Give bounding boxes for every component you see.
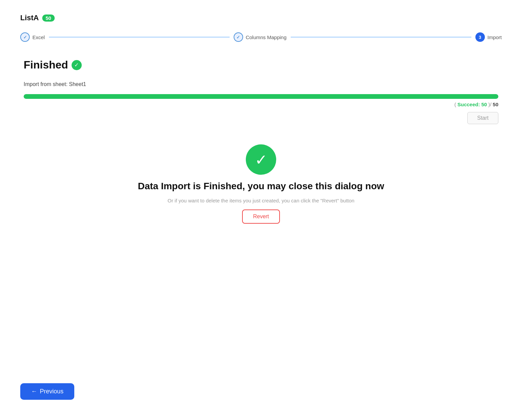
progress-info: ( Succeed: 50 )/ 50: [24, 102, 498, 107]
step-import-label: Import: [488, 34, 502, 40]
start-button[interactable]: Start: [467, 112, 498, 124]
finished-heading: Finished ✓: [24, 59, 498, 71]
revert-button[interactable]: Revert: [242, 209, 280, 224]
progress-bar-track: [24, 94, 498, 99]
list-badge: 50: [42, 15, 55, 22]
footer: ← Previous: [20, 383, 74, 400]
finished-check-icon: ✓: [72, 60, 82, 70]
success-center: ✓ Data Import is Finished, you may close…: [24, 144, 498, 224]
step-columns-mapping: ✓ Columns Mapping: [234, 32, 287, 42]
big-check-icon: ✓: [246, 144, 276, 175]
success-title: Data Import is Finished, you may close t…: [138, 181, 384, 192]
step-columns-mapping-label: Columns Mapping: [246, 34, 287, 40]
step-line-1: [49, 37, 230, 37]
arrow-left-icon: ←: [31, 388, 37, 395]
finished-title: Finished: [24, 59, 68, 71]
progress-container: ( Succeed: 50 )/ 50: [24, 94, 498, 107]
progress-separator: )/: [488, 102, 491, 107]
progress-total: 50: [493, 102, 498, 107]
header: ListA 50: [20, 13, 502, 22]
page-content: Finished ✓ Import from sheet: Sheet1 ( S…: [20, 59, 502, 224]
step-excel-circle: ✓: [20, 32, 30, 42]
progress-bar-fill: [24, 94, 498, 99]
list-title: ListA: [20, 13, 39, 22]
start-button-row: Start: [24, 112, 498, 124]
step-excel: ✓ Excel: [20, 32, 45, 42]
step-import-circle: 3: [475, 32, 485, 42]
import-sheet-label: Import from sheet: Sheet1: [24, 81, 498, 87]
previous-label: Previous: [40, 388, 63, 395]
progress-succeed-label: Succeed:: [458, 102, 480, 107]
progress-open-paren: (: [454, 102, 456, 107]
progress-succeed-count: 50: [481, 102, 487, 107]
step-excel-label: Excel: [32, 34, 45, 40]
stepper: ✓ Excel ✓ Columns Mapping 3 Import: [20, 32, 502, 42]
success-subtitle: Or if you want to delete the items you j…: [167, 198, 354, 203]
step-import: 3 Import: [475, 32, 502, 42]
step-line-2: [291, 37, 471, 37]
step-columns-mapping-circle: ✓: [234, 32, 243, 42]
previous-button[interactable]: ← Previous: [20, 383, 74, 400]
